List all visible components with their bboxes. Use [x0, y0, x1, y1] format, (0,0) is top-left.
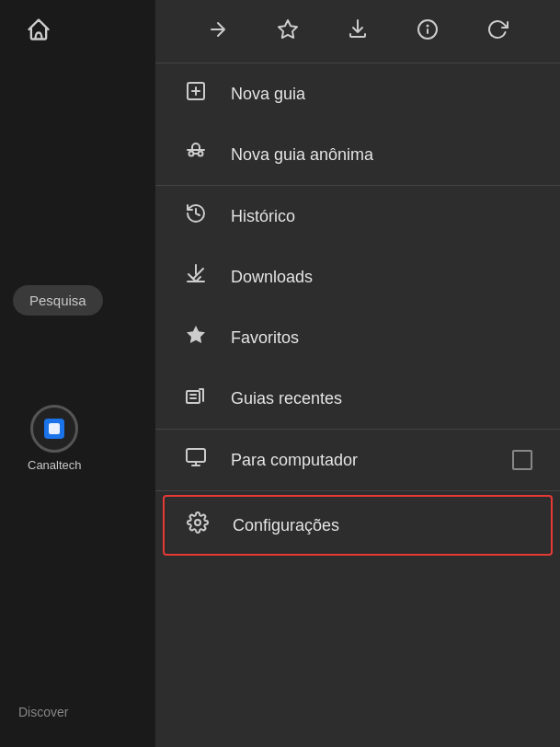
svg-rect-17 — [187, 449, 205, 462]
menu-item-guias-recentes[interactable]: Guias recentes — [155, 368, 560, 429]
home-icon[interactable] — [26, 17, 51, 46]
star-icon[interactable] — [277, 18, 299, 46]
menu-toolbar — [155, 0, 560, 63]
favoritos-label: Favoritos — [231, 328, 532, 348]
menu-item-para-computador[interactable]: Para computador — [155, 430, 560, 490]
discover-label: Discover — [18, 705, 68, 719]
desktop-mode-checkbox[interactable] — [512, 450, 532, 470]
menu-item-favoritos[interactable]: Favoritos — [155, 307, 560, 368]
guias-recentes-label: Guias recentes — [231, 389, 532, 408]
settings-icon — [185, 511, 211, 539]
forward-icon[interactable] — [207, 18, 229, 46]
canaltech-icon — [30, 405, 78, 453]
svg-marker-13 — [187, 326, 205, 343]
downloads-menu-icon — [183, 263, 209, 291]
para-computador-label: Para computador — [231, 451, 490, 470]
recent-tabs-icon — [183, 385, 209, 412]
refresh-icon[interactable] — [486, 18, 509, 46]
new-tab-icon — [183, 80, 209, 108]
desktop-icon — [183, 446, 209, 474]
history-icon — [183, 202, 209, 230]
info-icon[interactable] — [417, 18, 439, 46]
historico-label: Histórico — [231, 207, 532, 226]
configuracoes-label: Configurações — [233, 516, 531, 535]
canaltech-item[interactable]: Canaltech — [28, 405, 82, 472]
nova-guia-label: Nova guia — [231, 85, 532, 104]
pesquisa-item[interactable]: Pesquisa — [13, 285, 103, 316]
pesquisa-label: Pesquisa — [29, 293, 86, 308]
menu-item-historico[interactable]: Histórico — [155, 186, 560, 247]
favorites-icon — [183, 324, 209, 351]
menu-item-configuracoes[interactable]: Configurações — [163, 495, 553, 556]
nova-guia-anonima-label: Nova guia anônima — [231, 145, 532, 165]
dropdown-menu: Nova guia Nova guia anônima — [155, 0, 560, 747]
canaltech-label: Canaltech — [28, 458, 82, 472]
menu-item-downloads[interactable]: Downloads — [155, 247, 560, 307]
menu-item-nova-guia[interactable]: Nova guia — [155, 63, 560, 124]
downloads-label: Downloads — [231, 268, 532, 287]
svg-marker-2 — [279, 20, 297, 38]
menu-item-nova-guia-anonima[interactable]: Nova guia anônima — [155, 124, 560, 185]
incognito-icon — [183, 141, 209, 168]
svg-rect-1 — [49, 423, 60, 434]
svg-rect-14 — [187, 391, 200, 403]
download-icon[interactable] — [347, 18, 369, 46]
svg-point-20 — [195, 520, 200, 525]
divider-3 — [155, 490, 560, 491]
sidebar-background: Pesquisa Canaltech Discover — [0, 0, 156, 747]
